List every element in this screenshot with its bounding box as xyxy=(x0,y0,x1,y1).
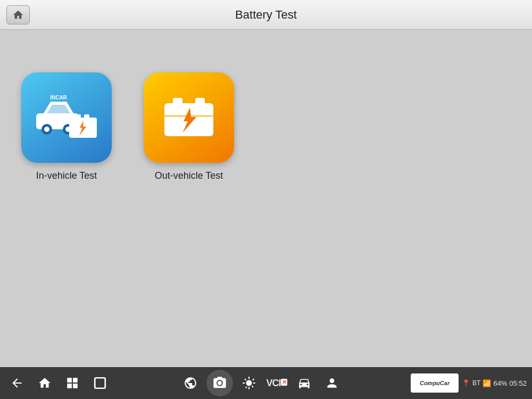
compucar-logo: CompuCar xyxy=(411,373,459,393)
recents-icon xyxy=(93,376,107,390)
in-vehicle-card[interactable]: INCAR In-vehicle Test xyxy=(21,72,112,181)
clock: 05:52 xyxy=(509,379,527,387)
svg-rect-12 xyxy=(195,98,205,104)
svg-rect-8 xyxy=(84,114,89,119)
back-button[interactable] xyxy=(5,371,29,395)
taskbar-center: VCI✕ xyxy=(179,370,344,396)
in-vehicle-graphic: INCAR xyxy=(32,91,101,144)
header: Battery Test xyxy=(0,0,532,30)
home-button[interactable] xyxy=(6,5,30,24)
in-vehicle-icon-bg: INCAR xyxy=(21,72,112,163)
vci-label: VCI✕ xyxy=(267,378,287,389)
settings-button[interactable] xyxy=(237,371,261,395)
browser-button[interactable] xyxy=(179,371,202,395)
out-vehicle-graphic xyxy=(157,88,221,147)
camera-button[interactable] xyxy=(206,370,233,396)
wifi-icon: 📶 xyxy=(483,379,491,387)
out-vehicle-icon-bg xyxy=(144,72,234,163)
apps-icon xyxy=(65,376,79,390)
vehicle-button[interactable] xyxy=(293,371,316,395)
out-vehicle-card[interactable]: Out-vehicle Test xyxy=(144,72,234,181)
status-bar: 📍 BT 📶 64% 05:52 xyxy=(462,379,527,387)
person-icon xyxy=(325,376,339,390)
home-taskbar-icon xyxy=(38,376,52,390)
back-icon xyxy=(10,376,24,390)
svg-point-3 xyxy=(44,127,49,132)
location-icon: 📍 xyxy=(462,379,470,387)
battery-percent: 64% xyxy=(493,379,507,387)
brightness-icon xyxy=(242,376,256,390)
recents-button[interactable] xyxy=(88,371,112,395)
home-icon xyxy=(12,9,24,21)
taskbar-left xyxy=(5,371,112,395)
car-icon xyxy=(297,376,311,390)
taskbar-right: CompuCar 📍 BT 📶 64% 05:52 xyxy=(411,373,527,393)
svg-rect-7 xyxy=(76,114,81,119)
out-vehicle-label: Out-vehicle Test xyxy=(155,170,223,181)
camera-icon xyxy=(212,376,227,390)
svg-rect-15 xyxy=(95,378,105,388)
user-button[interactable] xyxy=(320,371,344,395)
vci-button[interactable]: VCI✕ xyxy=(265,371,288,395)
svg-rect-11 xyxy=(173,98,182,104)
in-vehicle-label: In-vehicle Test xyxy=(36,170,97,181)
bluetooth-label: BT xyxy=(472,379,480,387)
globe-icon xyxy=(184,376,197,390)
vci-badge: ✕ xyxy=(281,379,287,386)
page-title: Battery Test xyxy=(235,8,297,22)
svg-text:INCAR: INCAR xyxy=(50,95,67,101)
taskbar: VCI✕ CompuCar 📍 BT 📶 64% 05:52 xyxy=(0,367,532,399)
main-content: INCAR In-vehicle Test xyxy=(0,30,532,367)
apps-button[interactable] xyxy=(61,371,84,395)
home-taskbar-button[interactable] xyxy=(33,371,56,395)
